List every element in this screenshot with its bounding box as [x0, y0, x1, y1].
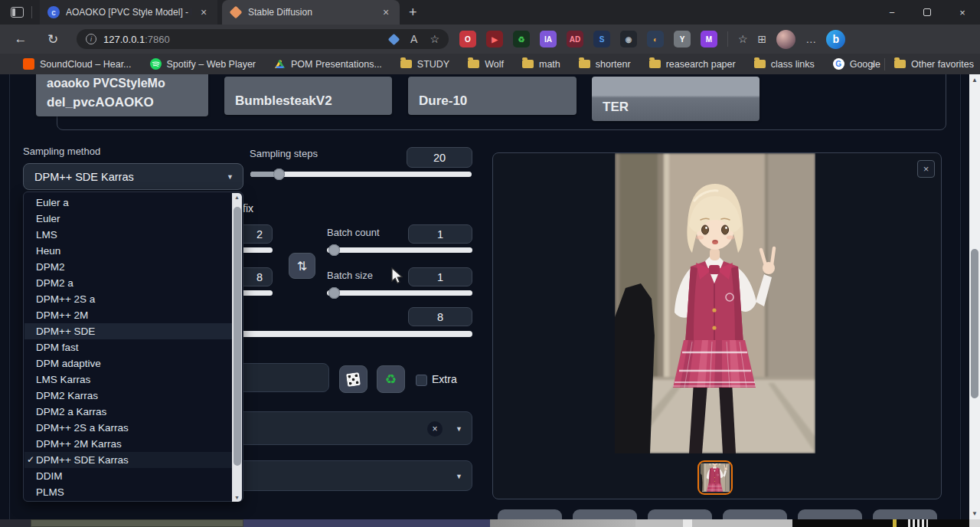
action-button[interactable] — [798, 509, 862, 519]
model-card-dure-10[interactable]: Dure-10 — [408, 77, 577, 115]
extra-checkbox[interactable] — [416, 375, 427, 386]
batch-count-input[interactable]: 1 — [408, 224, 472, 244]
cfg-scale-input[interactable]: 8 — [408, 307, 472, 326]
more-menu-icon[interactable]: … — [805, 33, 816, 45]
batch-size-slider-handle[interactable] — [328, 287, 340, 299]
tab-stable-diffusion[interactable]: Stable Diffusion × — [222, 0, 400, 25]
random-seed-button[interactable] — [339, 365, 368, 393]
other-favorites[interactable]: Other favorites — [894, 59, 974, 70]
action-button[interactable] — [873, 509, 937, 519]
scroll-up-icon[interactable]: ▲ — [232, 195, 242, 200]
sampling-steps-input[interactable]: 20 — [407, 147, 472, 168]
minimize-button[interactable]: − — [874, 0, 910, 25]
scroll-down-icon[interactable]: ▼ — [969, 510, 980, 517]
model-card-bumblesteakv2[interactable]: BumblesteakV2 — [224, 77, 392, 115]
sampling-method-select[interactable]: DPM++ SDE Karras ▼ — [23, 163, 243, 190]
batch-count-slider[interactable] — [327, 247, 472, 253]
favorites-list-icon[interactable]: ☆ — [738, 33, 748, 45]
bookmark-class-links[interactable]: class links — [754, 59, 815, 70]
close-window-button[interactable]: × — [945, 0, 980, 25]
sampler-option[interactable]: DPM2 a Karras — [24, 404, 233, 420]
maximize-button[interactable] — [910, 0, 945, 25]
action-button[interactable] — [648, 509, 712, 519]
model-card-ter[interactable]: TER — [592, 77, 760, 121]
read-aloud-icon[interactable]: A — [410, 33, 417, 45]
sampler-option[interactable]: LMS — [24, 227, 233, 243]
opera-extension-icon[interactable]: O — [459, 31, 476, 47]
action-button[interactable] — [573, 509, 637, 519]
dropdown-scrollbar-thumb[interactable] — [234, 207, 241, 466]
dice-icon — [346, 372, 361, 386]
address-bar[interactable]: i 127.0.0.1:7860 A ☆ — [77, 29, 449, 49]
workspaces-icon[interactable] — [11, 7, 24, 18]
sampler-option[interactable]: DPM2 a — [24, 275, 233, 291]
bookmark-wolf[interactable]: Wolf — [468, 59, 504, 70]
bookmark-soundcloud[interactable]: SoundCloud – Hear... — [23, 58, 132, 70]
sampler-option[interactable]: DDIM — [24, 468, 233, 484]
bookmark-spotify[interactable]: Spotify – Web Player — [150, 58, 256, 70]
bookmark-reasearch-paper[interactable]: reasearch paper — [649, 59, 736, 70]
sampler-option[interactable]: DPM++ 2M Karras — [24, 436, 233, 452]
bookmark-pom[interactable]: POM Presentations... — [274, 59, 382, 70]
sampler-option[interactable]: DPM fast — [24, 339, 233, 355]
sampler-option[interactable]: DPM adaptive — [24, 355, 233, 372]
sampler-option[interactable]: DPM++ 2S a — [24, 291, 233, 307]
bookmarks-overflow-chevron[interactable]: › — [871, 57, 875, 70]
clear-icon[interactable]: × — [427, 421, 443, 437]
batch-size-input[interactable]: 1 — [408, 267, 472, 286]
sampling-method-label: Sampling method — [23, 146, 100, 157]
sampler-option[interactable]: DPM2 — [24, 259, 233, 275]
refresh-button[interactable]: ↻ — [41, 31, 64, 47]
sampling-steps-slider-handle[interactable] — [273, 169, 285, 180]
sampler-option-selected[interactable]: ✓DPM++ SDE Karras — [24, 452, 233, 468]
swap-dimensions-button[interactable]: ⇅ — [289, 253, 315, 279]
video-extension-icon[interactable]: ▶ — [486, 31, 503, 47]
page-scrollbar-thumb[interactable] — [971, 249, 978, 398]
favorite-star-icon[interactable]: ☆ — [430, 33, 439, 45]
gallery-thumbnail[interactable] — [697, 460, 733, 495]
recycle-extension-icon[interactable]: ♻ — [513, 31, 530, 47]
bookmark-study[interactable]: STUDY — [400, 59, 449, 70]
generated-image[interactable] — [615, 153, 815, 453]
new-tab-button[interactable]: + — [409, 5, 417, 21]
batch-size-slider[interactable] — [327, 290, 472, 296]
sampler-option[interactable]: Heun — [24, 243, 233, 259]
model-card-del-pvcaoaoko[interactable]: aoaoko PVCStyleMo del_pvcAOAOKO — [36, 74, 208, 116]
close-icon[interactable]: × — [198, 6, 210, 18]
copilot-icon[interactable]: b — [826, 30, 845, 49]
ia-extension-icon[interactable]: IA — [540, 31, 557, 47]
scroll-up-icon[interactable]: ▲ — [969, 77, 980, 83]
bookmark-shortenr[interactable]: shortenr — [579, 59, 631, 70]
batch-count-slider-handle[interactable] — [328, 244, 340, 256]
bookmark-math[interactable]: math — [522, 59, 560, 70]
profile-avatar[interactable] — [776, 30, 795, 49]
sampler-option[interactable]: Euler — [24, 211, 233, 227]
reuse-seed-button[interactable]: ♻ — [377, 365, 405, 393]
back-button[interactable]: ← — [9, 31, 32, 47]
sampler-option[interactable]: DPM2 Karras — [24, 388, 233, 404]
sampler-option[interactable]: LMS Karras — [24, 372, 233, 388]
tab-aoaoko[interactable]: c AOAOKO [PVC Style Model] - PV × — [40, 0, 217, 25]
sampler-option[interactable]: DPM++ 2M — [24, 307, 233, 323]
thumbnail-image — [701, 463, 730, 492]
sampler-option[interactable]: Euler a — [24, 195, 233, 211]
site-info-icon[interactable]: i — [86, 34, 96, 44]
sampler-option[interactable]: DPM++ 2S a Karras — [24, 420, 233, 436]
scroll-down-icon[interactable]: ▼ — [232, 495, 242, 500]
close-image-button[interactable]: × — [917, 160, 935, 178]
page-scrollbar[interactable]: ▲ ▼ — [969, 74, 980, 519]
adblock-extension-icon[interactable]: AD — [567, 31, 583, 47]
y-extension-icon[interactable]: Y — [674, 31, 691, 47]
action-button[interactable] — [723, 509, 787, 519]
globe-extension-icon[interactable]: ◐ — [647, 31, 664, 47]
dropdown-scrollbar[interactable]: ▲ ▼ — [232, 193, 242, 502]
pin-extension-icon[interactable]: ◉ — [620, 31, 637, 47]
shazam-extension-icon[interactable]: S — [593, 31, 610, 47]
action-button[interactable] — [498, 509, 562, 519]
close-icon[interactable]: × — [380, 6, 392, 18]
price-tag-icon[interactable] — [388, 33, 400, 45]
monkeytype-extension-icon[interactable]: M — [701, 31, 717, 47]
collections-icon[interactable]: ⊞ — [758, 33, 767, 45]
sampler-option-hovered[interactable]: DPM++ SDE — [24, 323, 233, 339]
sampler-option[interactable]: PLMS — [24, 484, 233, 500]
